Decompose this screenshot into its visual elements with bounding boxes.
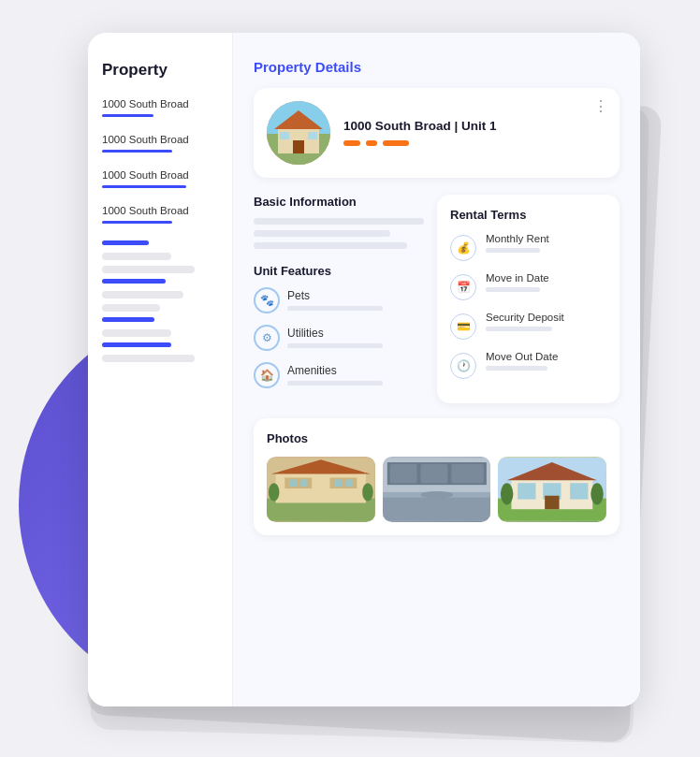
sidebar-line-3: [102, 291, 183, 298]
monthly-rent-bar: [486, 248, 540, 253]
photo-house-exterior-2[interactable]: [498, 457, 606, 522]
move-in-icon: 📅: [450, 274, 476, 300]
unit-features-section: Unit Features 🐾 Pets ⚙ Utilities: [254, 264, 424, 388]
photo-house1-svg: [267, 457, 375, 522]
property-name: 1000 South Broad | Unit 1: [343, 119, 606, 133]
security-deposit-label: Security Deposit: [486, 312, 564, 323]
sidebar-bar-3: [102, 185, 186, 188]
svg-rect-5: [293, 140, 304, 153]
dot-3: [383, 140, 409, 146]
svg-rect-26: [451, 464, 484, 483]
security-deposit-info: Security Deposit: [486, 312, 564, 331]
photos-section: Photos: [254, 418, 620, 535]
svg-rect-14: [329, 477, 357, 488]
sidebar-blue-3: [102, 317, 154, 322]
svg-rect-34: [518, 483, 536, 499]
photos-title: Photos: [267, 431, 606, 445]
sidebar-extra-group: [102, 240, 218, 362]
move-out-label: Move Out Date: [486, 351, 558, 362]
main-card: Property 1000 South Broad 1000 South Bro…: [88, 33, 640, 706]
svg-point-39: [591, 483, 604, 504]
move-in-label: Move in Date: [486, 272, 549, 284]
svg-rect-36: [570, 483, 588, 499]
rental-move-in: 📅 Move in Date: [450, 272, 606, 300]
photo-house2-svg: [498, 457, 606, 522]
sidebar-blue-4: [102, 342, 171, 347]
unit-features-title: Unit Features: [254, 264, 424, 278]
amenities-label: Amenities: [287, 364, 424, 377]
dot-1: [343, 140, 360, 146]
svg-rect-24: [389, 464, 416, 483]
details-grid: Basic Information Unit Features 🐾 Pets: [254, 195, 620, 403]
svg-point-19: [269, 483, 280, 501]
move-in-info: Move in Date: [486, 272, 549, 292]
rental-security-deposit: 💳 Security Deposit: [450, 312, 606, 340]
photos-grid: [267, 457, 606, 522]
amenities-bar: [287, 381, 383, 386]
dot-2: [366, 140, 377, 146]
move-out-icon: 🕐: [450, 353, 476, 379]
pets-bar: [287, 306, 383, 311]
sidebar-item-1[interactable]: 1000 South Broad: [102, 98, 218, 117]
sidebar-bar-4: [102, 221, 172, 224]
sidebar-item-label-4: 1000 South Broad: [102, 205, 218, 216]
svg-point-20: [362, 483, 373, 501]
utilities-text-wrap: Utilities: [287, 327, 424, 348]
security-deposit-icon: 💳: [450, 313, 476, 340]
sidebar-item-3[interactable]: 1000 South Broad: [102, 169, 218, 188]
property-image: [267, 101, 330, 165]
utilities-label: Utilities: [287, 327, 424, 340]
sidebar: Property 1000 South Broad 1000 South Bro…: [88, 33, 233, 706]
right-column: Rental Terms 💰 Monthly Rent 📅 Move: [437, 195, 620, 403]
basic-information-title: Basic Information: [254, 195, 424, 209]
left-column: Basic Information Unit Features 🐾 Pets: [254, 195, 424, 403]
pets-label: Pets: [287, 289, 424, 302]
main-content: Property Details: [233, 33, 640, 706]
security-deposit-bar: [486, 327, 552, 331]
property-dots: [343, 140, 606, 146]
svg-rect-37: [545, 495, 559, 508]
basic-information-section: Basic Information: [254, 195, 424, 249]
property-info: 1000 South Broad | Unit 1: [343, 119, 606, 146]
svg-rect-25: [420, 464, 447, 483]
monthly-rent-label: Monthly Rent: [486, 233, 549, 244]
monthly-rent-icon: 💰: [450, 235, 476, 261]
feature-utilities: ⚙ Utilities: [254, 325, 424, 351]
sidebar-item-2[interactable]: 1000 South Broad: [102, 134, 218, 153]
svg-rect-7: [308, 132, 317, 139]
sidebar-item-label-1: 1000 South Broad: [102, 98, 218, 109]
sidebar-line-4: [102, 304, 160, 312]
sidebar-item-4[interactable]: 1000 South Broad: [102, 205, 218, 224]
monthly-rent-info: Monthly Rent: [486, 233, 549, 253]
info-line-3: [254, 242, 407, 249]
sidebar-line-5: [102, 329, 171, 337]
utilities-bar: [287, 343, 383, 348]
pets-icon: 🐾: [254, 287, 280, 313]
info-line-2: [254, 230, 390, 237]
sidebar-item-label-3: 1000 South Broad: [102, 169, 218, 181]
sidebar-item-label-2: 1000 South Broad: [102, 134, 218, 145]
rental-terms-title: Rental Terms: [450, 208, 606, 222]
more-options-button[interactable]: ⋮: [593, 97, 608, 115]
svg-point-38: [501, 483, 513, 504]
sidebar-line-1: [102, 253, 171, 260]
page-title: Property Details: [254, 59, 620, 75]
amenities-text-wrap: Amenities: [287, 364, 424, 386]
rental-monthly-rent: 💰 Monthly Rent: [450, 233, 606, 261]
svg-rect-6: [280, 132, 289, 139]
basic-information-lines: [254, 218, 424, 249]
move-out-info: Move Out Date: [486, 351, 558, 371]
photo-kitchen[interactable]: [383, 457, 491, 522]
svg-rect-18: [345, 479, 353, 487]
svg-rect-15: [289, 479, 297, 487]
photo-house-exterior-1[interactable]: [267, 457, 375, 522]
amenities-icon: 🏠: [254, 362, 280, 388]
svg-rect-22: [383, 495, 491, 520]
sidebar-line-6: [102, 355, 195, 362]
info-line-1: [254, 218, 424, 225]
utilities-icon: ⚙: [254, 325, 280, 351]
pets-text-wrap: Pets: [287, 289, 424, 311]
feature-amenities: 🏠 Amenities: [254, 362, 424, 388]
svg-rect-13: [284, 477, 312, 488]
sidebar-bar-1: [102, 114, 153, 117]
